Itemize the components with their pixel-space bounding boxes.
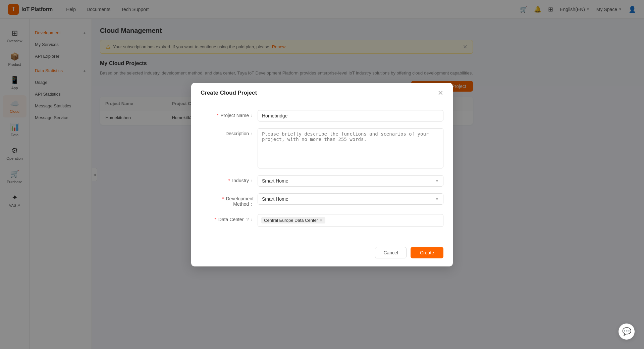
modal-close-button[interactable]: ✕ xyxy=(438,90,443,96)
modal-footer: Cancel Create xyxy=(191,242,453,266)
data-center-label: * Data Center ?： xyxy=(201,214,258,223)
description-label: Description： xyxy=(201,128,258,137)
data-center-tag: Central Europe Data Center ✕ xyxy=(261,217,325,223)
create-button[interactable]: Create xyxy=(411,247,443,258)
cancel-button[interactable]: Cancel xyxy=(375,247,407,258)
development-method-row: * Development Method： Smart Home ▼ xyxy=(201,193,443,207)
chat-bubble-icon: 💬 xyxy=(622,327,631,336)
required-star: * xyxy=(217,113,218,118)
industry-select[interactable]: Smart Home ▼ xyxy=(258,175,443,187)
create-cloud-project-modal: Create Cloud Project ✕ * Project Name： D… xyxy=(191,83,453,266)
project-name-input[interactable] xyxy=(258,110,443,121)
project-name-label: * Project Name： xyxy=(201,110,258,119)
description-input[interactable] xyxy=(258,128,443,168)
modal-body: * Project Name： Description： * Industry： xyxy=(191,102,453,242)
data-center-tag-input[interactable]: Central Europe Data Center ✕ xyxy=(258,214,443,227)
chat-bubble[interactable]: 💬 xyxy=(619,323,635,340)
data-center-help-icon[interactable]: ? xyxy=(246,217,249,222)
industry-label: * Industry： xyxy=(201,175,258,184)
industry-row: * Industry： Smart Home ▼ xyxy=(201,175,443,187)
project-name-row: * Project Name： xyxy=(201,110,443,121)
data-center-tag-remove[interactable]: ✕ xyxy=(319,218,323,223)
required-star-industry: * xyxy=(228,178,230,183)
modal-title: Create Cloud Project xyxy=(201,90,257,96)
dev-method-select-arrow: ▼ xyxy=(435,197,439,201)
required-star-dev: * xyxy=(222,196,224,201)
industry-select-arrow: ▼ xyxy=(435,179,439,183)
required-star-dc: * xyxy=(214,217,216,222)
development-method-select[interactable]: Smart Home ▼ xyxy=(258,193,443,205)
development-method-label: * Development Method： xyxy=(201,193,258,207)
modal-header: Create Cloud Project ✕ xyxy=(191,83,453,102)
description-row: Description： xyxy=(201,128,443,168)
modal-overlay[interactable]: Create Cloud Project ✕ * Project Name： D… xyxy=(0,0,644,349)
data-center-row: * Data Center ?： Central Europe Data Cen… xyxy=(201,214,443,227)
